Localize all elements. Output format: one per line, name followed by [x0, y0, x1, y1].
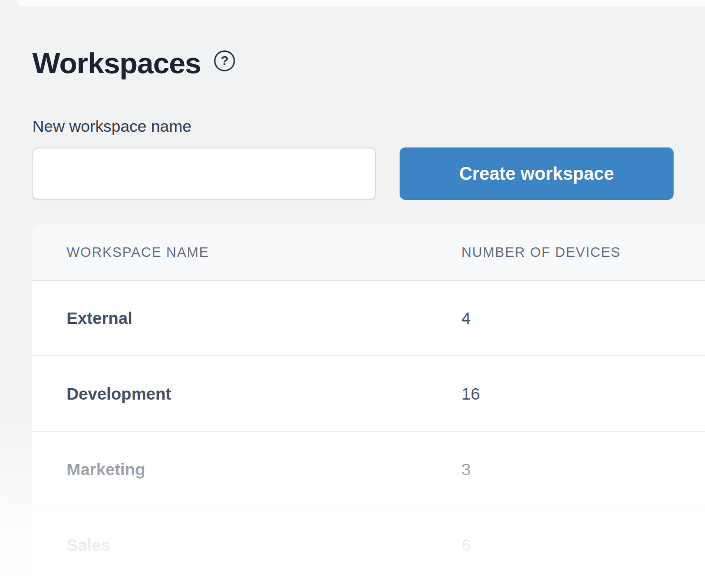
create-workspace-button[interactable]: Create workspace — [400, 147, 674, 200]
table-row[interactable]: External 4 — [32, 281, 705, 356]
new-workspace-name-input[interactable] — [32, 147, 376, 200]
column-header-number-of-devices: Number of devices — [461, 245, 621, 260]
device-count: 16 — [461, 384, 480, 403]
workspace-name: External — [67, 309, 132, 327]
workspace-name: Sales — [67, 536, 110, 554]
table-row[interactable]: Sales 6 — [32, 508, 705, 583]
table-row[interactable]: Development 16 — [32, 356, 705, 432]
workspaces-table: Workspace name Number of devices Externa… — [32, 225, 705, 583]
table-row[interactable]: Marketing 3 — [32, 432, 705, 508]
workspace-name: Marketing — [67, 460, 145, 479]
device-count: 6 — [461, 536, 470, 554]
help-icon[interactable]: ? — [214, 50, 235, 71]
page-header: Workspaces ? — [32, 46, 235, 80]
create-workspace-form: Create workspace — [32, 147, 674, 200]
top-edge-strip — [17, 0, 705, 6]
device-count: 4 — [461, 309, 470, 327]
device-count: 3 — [461, 460, 470, 479]
new-workspace-label: New workspace name — [32, 117, 191, 136]
workspace-name: Development — [67, 384, 171, 403]
table-header-row: Workspace name Number of devices — [32, 225, 705, 281]
page-title: Workspaces — [32, 46, 201, 80]
column-header-workspace-name: Workspace name — [67, 245, 209, 260]
